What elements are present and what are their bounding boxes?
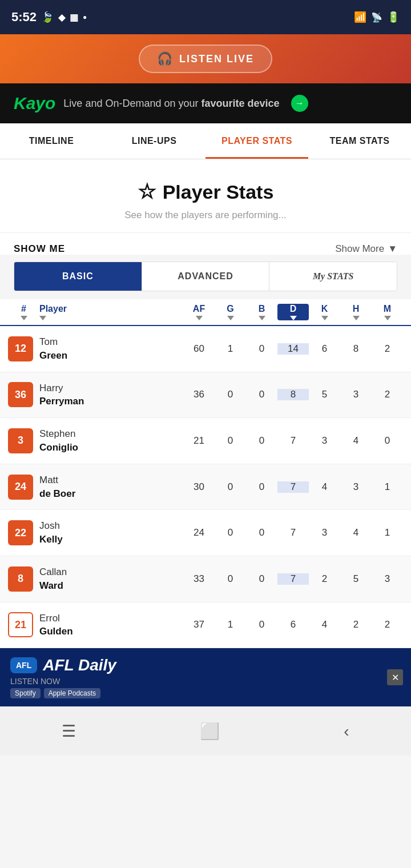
tab-lineups[interactable]: LINE-UPS	[103, 123, 206, 159]
kayo-text: Live and On-Demand on your	[63, 98, 201, 109]
sort-arrow-g	[227, 316, 234, 320]
player-name-col: TomGreen	[39, 335, 183, 363]
battery-icon: 🔋	[387, 11, 400, 23]
ad-close-button[interactable]: ✕	[387, 669, 403, 685]
col-header-k[interactable]: K	[309, 304, 340, 320]
player-num-col: 12	[8, 336, 39, 361]
stat-h: 4	[340, 527, 372, 539]
player-first-name: Callan	[39, 565, 183, 579]
th-m: M	[372, 304, 403, 320]
sort-arrow-d	[290, 316, 297, 320]
player-last-name: Ward	[39, 579, 183, 593]
show-more-label: Show More	[335, 243, 384, 255]
player-first-name: Josh	[39, 519, 183, 533]
listen-live-banner[interactable]: 🎧 LISTEN LIVE	[0, 34, 411, 83]
listen-live-button[interactable]: 🎧 LISTEN LIVE	[139, 45, 272, 73]
player-name-display: StephenConiglio	[39, 427, 183, 455]
toggle-advanced[interactable]: ADVANCED	[142, 262, 269, 291]
player-last-name: de Boer	[39, 487, 183, 501]
player-last-name: Green	[39, 349, 183, 363]
col-header-d[interactable]: D	[277, 304, 309, 320]
th-b-label: B	[259, 304, 265, 314]
table-row: 3 StephenConiglio 21 0 0 7 3 4 0	[0, 418, 411, 464]
stat-b: 0	[246, 389, 277, 400]
player-first-name: Errol	[39, 612, 183, 625]
stat-h: 5	[340, 573, 372, 585]
stat-b: 0	[246, 619, 277, 630]
th-num: #	[8, 304, 39, 320]
nav-menu-button[interactable]: ☰	[45, 717, 93, 745]
player-name-display: JoshKelly	[39, 519, 183, 546]
kayo-banner[interactable]: Kayo Live and On-Demand on your favourit…	[0, 83, 411, 123]
table-row: 8 CallanWard 33 0 0 7 2 5 3	[0, 556, 411, 602]
nav-tabs: TIMELINE LINE-UPS PLAYER STATS TEAM STAT…	[0, 123, 411, 159]
th-k-label: K	[321, 304, 328, 314]
col-header-m[interactable]: M	[372, 304, 403, 320]
tab-timeline[interactable]: TIMELINE	[0, 123, 103, 159]
page-subtitle: See how the players are performing...	[11, 210, 400, 221]
stat-m: 2	[372, 619, 403, 630]
stat-af: 30	[183, 481, 215, 493]
th-af: AF	[183, 304, 215, 320]
player-num-col: 36	[8, 382, 39, 407]
col-header-player[interactable]: Player	[39, 304, 183, 320]
ad-banner[interactable]: AFL AFL Daily LISTEN NOW Spotify Apple P…	[0, 648, 411, 706]
col-header-g[interactable]: G	[215, 304, 246, 320]
player-last-name: Gulden	[39, 625, 183, 638]
calendar-icon: ▦	[70, 12, 78, 23]
stat-d: 6	[277, 619, 309, 630]
show-me-bar: SHOW ME Show More ▼	[0, 233, 411, 255]
player-first-name: Harry	[39, 381, 183, 395]
player-name-col: HarryPerryman	[39, 381, 183, 409]
th-g-label: G	[227, 304, 233, 314]
th-player: Player	[39, 304, 183, 320]
stat-d: 14	[277, 343, 309, 355]
col-header-h[interactable]: H	[340, 304, 372, 320]
stat-m: 0	[372, 435, 403, 447]
stat-k: 3	[309, 435, 340, 447]
col-header-num[interactable]: #	[8, 304, 39, 320]
stat-g: 0	[215, 435, 246, 447]
stat-af: 60	[183, 343, 215, 355]
stat-m: 3	[372, 573, 403, 585]
player-last-name: Perryman	[39, 395, 183, 408]
player-badge-3: 3	[8, 428, 33, 453]
stat-af: 21	[183, 435, 215, 447]
col-header-af[interactable]: AF	[183, 304, 215, 320]
dot-icon: ●	[83, 13, 87, 21]
my-stats-label: My STATS	[313, 271, 354, 281]
page-header: ☆ Player Stats See how the players are p…	[0, 159, 411, 233]
sort-arrow-k	[321, 316, 328, 320]
ad-content: AFL AFL Daily LISTEN NOW Spotify Apple P…	[10, 656, 401, 698]
player-last-name: Kelly	[39, 533, 183, 546]
kayo-description: Live and On-Demand on your favourite dev…	[63, 98, 279, 110]
nav-home-button[interactable]: ⬜	[183, 717, 237, 745]
sort-arrow-player	[39, 316, 46, 320]
stats-table: # Player AF G B	[0, 299, 411, 648]
tab-player-stats[interactable]: PLAYER STATS	[206, 123, 308, 159]
stat-m: 1	[372, 481, 403, 493]
stat-af: 36	[183, 389, 215, 400]
col-header-b[interactable]: B	[246, 304, 277, 320]
stat-af: 24	[183, 527, 215, 539]
ad-logo-row: AFL AFL Daily	[10, 656, 401, 674]
th-d: D	[277, 304, 309, 320]
player-name-display: CallanWard	[39, 565, 183, 593]
player-num-col: 8	[8, 566, 39, 592]
th-b: B	[246, 304, 277, 320]
status-icons: 📶 📡 🔋	[354, 11, 400, 23]
player-badge-21: 21	[8, 612, 33, 637]
toggle-my-stats[interactable]: My STATS	[269, 262, 397, 291]
tab-team-stats[interactable]: TEAM STATS	[308, 123, 411, 159]
stat-h: 3	[340, 481, 372, 493]
player-badge-22: 22	[8, 520, 33, 545]
stat-m: 2	[372, 389, 403, 400]
stat-k: 4	[309, 619, 340, 630]
time-display: 5:52	[11, 10, 37, 25]
toggle-basic[interactable]: BASIC	[14, 262, 142, 291]
show-more-button[interactable]: Show More ▼	[335, 243, 397, 255]
nav-back-button[interactable]: ‹	[327, 718, 366, 745]
stat-g: 0	[215, 527, 246, 539]
stat-b: 0	[246, 573, 277, 585]
stat-d: 7	[277, 481, 309, 493]
